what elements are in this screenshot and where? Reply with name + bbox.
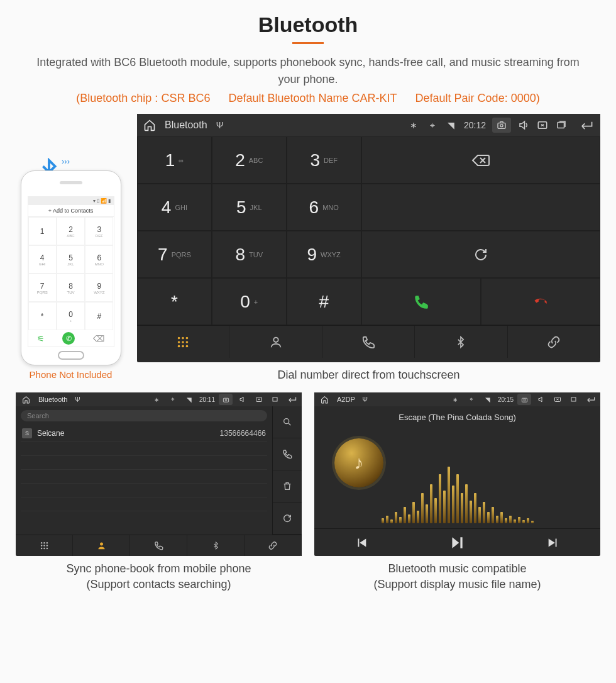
track-title: Escape (The Pina Colada Song)	[323, 413, 591, 422]
svg-point-9	[186, 341, 189, 343]
volume-icon[interactable]	[517, 119, 530, 131]
volume-icon[interactable]	[236, 396, 249, 403]
tab-pair[interactable]	[245, 535, 302, 556]
screenshot-icon[interactable]	[219, 394, 233, 405]
close-app-icon[interactable]	[253, 396, 265, 403]
hangup-button[interactable]	[481, 278, 600, 325]
search-input[interactable]: Search	[21, 410, 267, 421]
bluetooth-specs: (Bluetooth chip : CSR BC6 Default Blueto…	[16, 92, 600, 105]
tab-pair[interactable]	[508, 326, 600, 358]
dial-key-9[interactable]: 9WXYZ	[287, 231, 361, 278]
svg-point-19	[40, 542, 42, 544]
svg-point-8	[182, 341, 184, 343]
tabbar	[137, 325, 600, 358]
page-subtitle: Integrated with BC6 Bluetooth module, su…	[25, 54, 591, 88]
svg-rect-17	[273, 397, 277, 401]
close-app-icon[interactable]	[551, 396, 564, 403]
home-icon[interactable]	[318, 396, 331, 404]
tab-calls[interactable]	[322, 326, 415, 358]
svg-rect-29	[522, 398, 527, 402]
side-refresh-icon[interactable]	[273, 503, 302, 535]
screenshot-icon[interactable]	[492, 118, 511, 133]
side-call-icon[interactable]	[273, 438, 302, 470]
svg-point-21	[46, 542, 48, 544]
play-pause-button[interactable]	[449, 535, 465, 551]
svg-point-1	[500, 125, 503, 127]
svg-point-15	[225, 399, 227, 401]
dial-key-5[interactable]: 5JKL	[212, 184, 287, 231]
wifi-icon: ◥	[481, 396, 494, 403]
phone-key-#: #	[85, 302, 113, 330]
tab-contacts[interactable]	[73, 535, 130, 556]
home-icon[interactable]	[143, 119, 156, 131]
wifi-icon: ◥	[183, 396, 195, 403]
headunit-contacts: Bluetooth Ψ ∗ ⌖ ◥ 20:11 Search	[16, 392, 302, 556]
volume-icon[interactable]	[535, 396, 547, 403]
mobile-phone-mock: ▾ ▯ 📶 ▮ + Add to Contacts 12ABC3DEF4GHI5…	[21, 170, 121, 365]
time-label: 20:12	[464, 120, 486, 130]
dial-key-2[interactable]: 2ABC	[212, 136, 287, 184]
svg-point-10	[178, 345, 180, 347]
back-icon[interactable]	[285, 396, 298, 403]
phone-key-0: 0+	[57, 302, 85, 330]
dial-key-4[interactable]: 4GHI	[137, 184, 212, 231]
contacts-caption: Sync phone-book from mobile phone(Suppor…	[16, 561, 302, 592]
dial-key-7[interactable]: 7PQRS	[137, 231, 212, 278]
add-to-contacts: + Add to Contacts	[28, 205, 114, 217]
tab-bluetooth[interactable]	[415, 326, 507, 358]
contact-row[interactable]: S Seicane 13566664466	[21, 425, 267, 442]
tab-calls[interactable]	[130, 535, 187, 556]
phone-key-7: 7PQRS	[28, 274, 57, 302]
svg-point-22	[40, 545, 42, 547]
time-label: 20:11	[199, 396, 215, 403]
backspace-button[interactable]	[361, 136, 600, 184]
prev-track-button[interactable]	[355, 536, 368, 550]
svg-point-5	[182, 336, 184, 339]
spec-chip: (Bluetooth chip : CSR BC6	[76, 92, 210, 104]
dial-key-6[interactable]: 6MNO	[287, 184, 361, 231]
usb-icon: Ψ	[359, 396, 371, 403]
screenshot-icon[interactable]	[517, 394, 531, 405]
svg-point-13	[273, 337, 278, 342]
contact-number: 13566664466	[220, 429, 266, 438]
side-delete-icon[interactable]	[273, 470, 302, 503]
close-app-icon[interactable]	[536, 119, 549, 131]
tab-dialpad[interactable]	[16, 535, 73, 556]
bluetooth-status-icon: ∗	[150, 396, 163, 403]
phone-key-*: *	[28, 302, 57, 330]
statusbar-title: Bluetooth	[165, 119, 207, 131]
recent-apps-icon[interactable]	[568, 396, 580, 403]
back-icon[interactable]	[578, 119, 594, 131]
side-search-icon[interactable]	[273, 406, 302, 438]
location-icon: ⌖	[465, 396, 478, 403]
svg-rect-0	[498, 123, 505, 129]
dialer-caption: Dial number direct from touchscreen	[137, 367, 600, 382]
phone-key-8: 8TUV	[57, 274, 85, 302]
location-icon: ⌖	[167, 396, 179, 403]
recent-apps-icon[interactable]	[269, 396, 282, 403]
call-button[interactable]	[361, 278, 481, 325]
back-icon[interactable]	[584, 396, 597, 403]
tab-contacts[interactable]	[229, 326, 322, 358]
statusbar-music: A2DP Ψ ∗ ⌖ ◥ 20:15	[314, 392, 600, 406]
dial-key-1[interactable]: 1∞	[137, 136, 212, 184]
next-track-button[interactable]	[546, 536, 560, 550]
phone-key-4: 4GHI	[28, 245, 57, 274]
empty-cell	[361, 184, 600, 231]
svg-point-20	[43, 542, 45, 544]
refresh-button[interactable]	[361, 231, 600, 278]
dial-key-#[interactable]: #	[287, 278, 361, 325]
dial-key-8[interactable]: 8TUV	[212, 231, 287, 278]
title-underline	[292, 42, 324, 44]
recent-apps-icon[interactable]	[555, 119, 568, 131]
dial-key-*[interactable]: *	[137, 278, 212, 325]
dial-button: ✆	[62, 332, 75, 345]
dial-key-3[interactable]: 3DEF	[287, 136, 361, 184]
statusbar: Bluetooth Ψ ∗ ⌖ ◥ 20:12	[137, 114, 600, 136]
tab-dialpad[interactable]	[137, 326, 229, 358]
tab-bluetooth[interactable]	[187, 535, 245, 556]
svg-rect-14	[223, 398, 228, 402]
phone-key-9: 9WXYZ	[85, 274, 113, 302]
home-icon[interactable]	[19, 396, 32, 404]
dial-key-0[interactable]: 0+	[212, 278, 287, 325]
